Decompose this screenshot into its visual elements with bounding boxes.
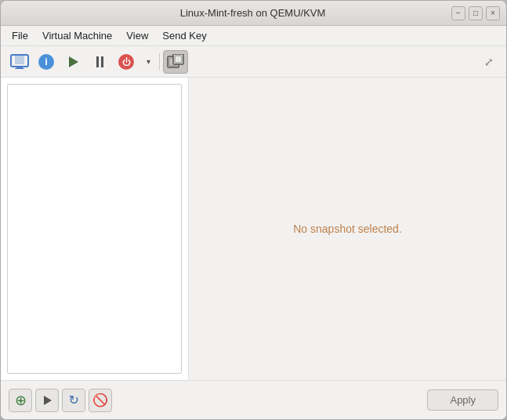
window-title: Linux-Mint-fresh on QEMU/KVM <box>54 7 451 19</box>
power-icon: ⏻ <box>118 54 134 70</box>
main-window: Linux-Mint-fresh on QEMU/KVM − □ × File … <box>0 0 507 420</box>
svg-rect-3 <box>15 68 24 69</box>
expand-icon: ⤢ <box>484 56 494 68</box>
toolbar: i ⏻ ▾ <box>1 46 506 78</box>
snapshot-list-panel <box>1 78 189 380</box>
snapshot-list[interactable] <box>7 84 182 374</box>
apply-button[interactable]: Apply <box>427 389 498 411</box>
menu-file[interactable]: File <box>5 27 34 44</box>
delete-snapshot-button[interactable]: 🚫 <box>89 389 112 412</box>
maximize-button[interactable]: □ <box>469 6 483 20</box>
no-snapshot-text: No snapshot selected. <box>293 223 402 235</box>
chevron-down-icon: ▾ <box>147 57 150 66</box>
minimize-button[interactable]: − <box>451 6 465 20</box>
monitor-icon <box>10 54 29 70</box>
menu-virtual-machine[interactable]: Virtual Machine <box>36 27 118 44</box>
refresh-icon: ↺ <box>69 394 79 407</box>
toolbar-info-button[interactable]: i <box>34 50 59 74</box>
menu-view[interactable]: View <box>120 27 154 44</box>
toolbar-power-button[interactable]: ⏻ <box>114 50 139 74</box>
menu-send-key[interactable]: Send Key <box>156 27 212 44</box>
snapshot-icon <box>167 54 184 70</box>
toolbar-snapshot-button[interactable] <box>163 50 188 74</box>
toolbar-separator <box>159 53 160 71</box>
detail-panel: No snapshot selected. <box>189 78 506 380</box>
close-button[interactable]: × <box>486 6 500 20</box>
run-icon <box>44 396 52 405</box>
main-content: No snapshot selected. <box>1 78 506 380</box>
add-snapshot-button[interactable]: ⊕ <box>9 389 32 412</box>
menu-bar: File Virtual Machine View Send Key <box>1 26 506 46</box>
info-icon: i <box>38 54 54 70</box>
delete-icon: 🚫 <box>92 394 108 407</box>
toolbar-monitor-button[interactable] <box>7 50 32 74</box>
svg-rect-1 <box>15 56 24 64</box>
toolbar-play-button[interactable] <box>60 50 85 74</box>
play-icon <box>69 56 78 67</box>
toolbar-expand-button[interactable]: ⤢ <box>478 51 500 73</box>
pause-icon <box>96 56 103 67</box>
refresh-button[interactable]: ↺ <box>62 389 85 412</box>
toolbar-dropdown-button[interactable]: ▾ <box>140 50 156 74</box>
bottom-bar: ⊕ ↺ 🚫 Apply <box>1 380 506 419</box>
title-bar: Linux-Mint-fresh on QEMU/KVM − □ × <box>1 1 506 26</box>
svg-rect-2 <box>16 67 23 68</box>
add-icon: ⊕ <box>15 393 27 407</box>
toolbar-pause-button[interactable] <box>87 50 112 74</box>
run-snapshot-button[interactable] <box>35 389 59 412</box>
window-controls: − □ × <box>451 6 500 20</box>
